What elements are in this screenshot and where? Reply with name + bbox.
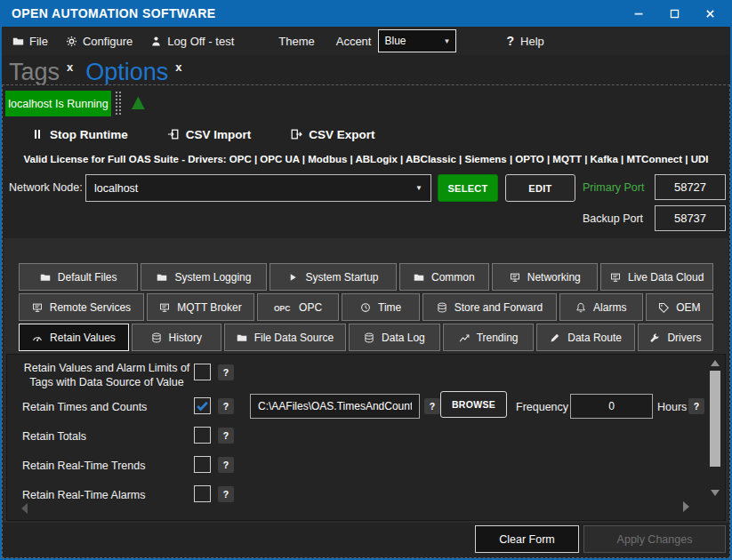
- csv-export-button[interactable]: CSV Export: [290, 128, 374, 141]
- window-controls: [623, 3, 732, 24]
- help-button[interactable]: ?: [218, 428, 234, 444]
- help-button[interactable]: ?: [424, 398, 440, 414]
- backup-port-label: Backup Port: [583, 212, 643, 225]
- chart-icon: [459, 332, 470, 343]
- runtime-toolbar: Stop Runtime CSV Import CSV Export: [3, 121, 729, 148]
- tab-networking[interactable]: Networking: [492, 263, 598, 291]
- tab-data-log[interactable]: Data Log: [349, 324, 440, 351]
- clear-form-button[interactable]: Clear Form: [475, 525, 579, 553]
- tab-file-data-source[interactable]: File Data Source: [224, 324, 346, 351]
- tab-options-close-icon[interactable]: x: [175, 61, 181, 73]
- pause-icon: [31, 128, 44, 140]
- tab-time[interactable]: Time: [342, 293, 420, 321]
- help-button[interactable]: ?: [218, 364, 234, 380]
- tab-options[interactable]: Options x: [85, 60, 181, 84]
- menu-configure-label: Configure: [83, 35, 133, 48]
- form-footer: Clear Form Apply Changes: [3, 525, 729, 555]
- tab-common[interactable]: Common: [399, 263, 490, 291]
- tab-live-data-cloud[interactable]: Live Data Cloud: [600, 263, 713, 291]
- menubar: File Configure Log Off - test Theme Acce…: [2, 27, 730, 55]
- accent-select[interactable]: Blue ▼: [378, 29, 456, 52]
- network-icon: [610, 272, 621, 283]
- csv-import-button[interactable]: CSV Import: [167, 128, 252, 141]
- stop-runtime-button[interactable]: Stop Runtime: [31, 128, 128, 141]
- tab-mqtt-broker[interactable]: MQTT Broker: [147, 293, 254, 321]
- network-icon: [510, 272, 520, 283]
- help-button[interactable]: ?: [218, 486, 234, 502]
- menu-file[interactable]: File: [2, 27, 57, 55]
- edit-button[interactable]: EDIT: [505, 174, 575, 202]
- hours-label: Hours: [657, 401, 687, 413]
- tab-oem[interactable]: OEM: [646, 293, 713, 321]
- retain-values-alarm-limits-label: Retain Values and Alarm Limits of Tags w…: [20, 361, 194, 390]
- scroll-left-arrow-icon[interactable]: [21, 503, 28, 514]
- primary-port-label: Primary Port: [583, 181, 644, 194]
- database-icon: [151, 332, 162, 343]
- export-icon: [290, 128, 302, 140]
- scroll-down-arrow-icon[interactable]: [711, 490, 720, 496]
- tab-drivers[interactable]: Drivers: [638, 324, 713, 351]
- retain-times-counts-checkbox[interactable]: [194, 397, 211, 414]
- tab-alarms[interactable]: Alarms: [559, 293, 643, 321]
- scroll-right-arrow-icon[interactable]: [683, 501, 689, 512]
- tab-store-and-forward[interactable]: Store and Forward: [422, 293, 557, 321]
- help-button[interactable]: ?: [688, 398, 704, 414]
- tab-system-logging[interactable]: System Logging: [141, 263, 267, 291]
- retain-values-alarm-limits-checkbox[interactable]: [194, 364, 211, 380]
- settings-tab-row-1: Default Files System Logging System Star…: [4, 263, 728, 291]
- menu-log-off[interactable]: Log Off - test: [141, 27, 243, 55]
- tab-history[interactable]: History: [132, 324, 221, 351]
- retain-totals-checkbox[interactable]: [194, 427, 211, 444]
- menu-configure[interactable]: Configure: [57, 27, 141, 55]
- scroll-up-arrow-icon[interactable]: [711, 360, 720, 366]
- tab-tags-close-icon[interactable]: x: [67, 61, 73, 73]
- minimize-button[interactable]: [623, 3, 654, 24]
- vertical-scrollbar[interactable]: [709, 356, 722, 504]
- select-button[interactable]: SELECT: [438, 174, 498, 202]
- tab-data-route[interactable]: Data Route: [536, 324, 634, 351]
- network-node-label: Network Node:: [9, 181, 83, 194]
- svg-text:OPC: OPC: [274, 303, 290, 312]
- primary-port-field[interactable]: [655, 174, 726, 200]
- times-counts-path-field[interactable]: [250, 394, 420, 419]
- running-triangle-icon: ▲: [127, 89, 149, 115]
- help-button[interactable]: ?: [218, 457, 234, 473]
- retain-values-form: Retain Values and Alarm Limits of Tags w…: [6, 354, 726, 521]
- maximize-button[interactable]: [659, 3, 689, 24]
- tab-tags[interactable]: Tags x: [9, 60, 73, 84]
- retain-realtime-trends-checkbox[interactable]: [194, 456, 211, 473]
- opc-icon: OPC: [274, 302, 292, 313]
- backup-port-field[interactable]: [655, 205, 726, 231]
- tab-trending[interactable]: Trending: [443, 324, 535, 351]
- network-node-select[interactable]: localhost ▼: [85, 174, 431, 202]
- scrollbar-thumb[interactable]: [710, 371, 720, 467]
- tab-system-startup[interactable]: System Startup: [269, 263, 396, 291]
- settings-content: Default Files System Logging System Star…: [4, 238, 728, 523]
- bell-icon: [575, 302, 586, 313]
- retain-realtime-alarms-checkbox[interactable]: [194, 485, 211, 502]
- person-icon: [150, 36, 162, 47]
- browse-button[interactable]: BROWSE: [440, 391, 507, 418]
- tab-retain-values[interactable]: Retain Values: [19, 324, 129, 351]
- folder-icon: [237, 332, 247, 343]
- accent-label: Accent: [336, 35, 372, 48]
- help-button[interactable]: ?: [218, 398, 234, 414]
- close-button[interactable]: [695, 3, 725, 24]
- menu-help[interactable]: ? Help: [497, 27, 552, 55]
- chevron-down-icon: ▼: [415, 184, 422, 192]
- csv-export-label: CSV Export: [309, 128, 374, 141]
- retain-realtime-trends-label: Retain Real-Time Trends: [22, 460, 145, 472]
- frequency-field[interactable]: [570, 394, 653, 419]
- tab-options-label: Options: [85, 60, 168, 84]
- accent-value: Blue: [384, 35, 406, 47]
- menu-file-label: File: [29, 35, 48, 48]
- network-node-value: localhost: [94, 182, 138, 195]
- folder-icon: [40, 272, 51, 283]
- tab-remote-services[interactable]: Remote Services: [19, 293, 144, 321]
- apply-changes-button[interactable]: Apply Changes: [583, 525, 726, 553]
- titlebar: OPEN AUTOMATION SOFTWARE: [0, 0, 732, 27]
- network-icon: [32, 302, 43, 313]
- tab-opc[interactable]: OPCOPC: [257, 293, 339, 321]
- tab-default-files[interactable]: Default Files: [19, 263, 138, 291]
- retain-times-counts-label: Retain Times and Counts: [22, 401, 147, 413]
